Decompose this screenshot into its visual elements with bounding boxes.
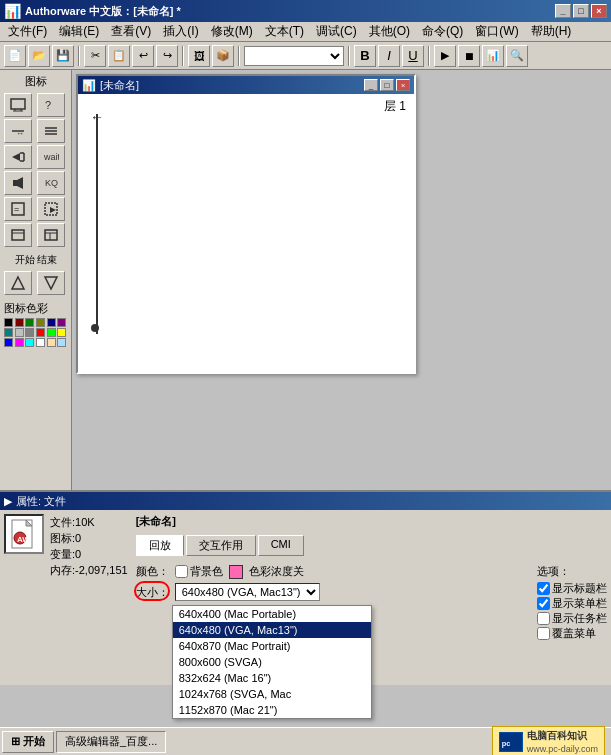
map-icon[interactable] [4, 223, 32, 247]
color-fuchsia[interactable] [15, 338, 24, 347]
color-silver[interactable] [15, 328, 24, 337]
anim-icon[interactable]: wait [37, 145, 65, 169]
calc-icon[interactable]: = [4, 197, 32, 221]
size-item-5[interactable]: 1024x768 (SVGA, Mac [173, 686, 371, 702]
color-gray[interactable] [25, 328, 34, 337]
chart-button[interactable]: 📊 [482, 45, 504, 67]
color-aqua[interactable] [25, 338, 34, 347]
props-file: 文件:10K [50, 514, 128, 530]
tab-playback[interactable]: 回放 [136, 535, 184, 556]
nav-icon[interactable] [4, 145, 32, 169]
move-icon[interactable]: ? [37, 93, 65, 117]
color-red[interactable] [36, 328, 45, 337]
framework-icon[interactable] [37, 223, 65, 247]
size-item-0[interactable]: 640x400 (Mac Portable) [173, 606, 371, 622]
color-navy[interactable] [47, 318, 56, 327]
sound-icon[interactable] [4, 171, 32, 195]
color-black[interactable] [4, 318, 13, 327]
color-purple[interactable] [57, 318, 66, 327]
new-button[interactable]: 📄 [4, 45, 26, 67]
notif-url: www.pc-daily.com [527, 744, 598, 754]
video-icon[interactable]: KQ [37, 171, 65, 195]
color-teal[interactable] [4, 328, 13, 337]
size-item-6[interactable]: 1152x870 (Mac 21") [173, 702, 371, 718]
size-item-3[interactable]: 800x600 (SVGA) [173, 654, 371, 670]
save-button[interactable]: 💾 [52, 45, 74, 67]
size-item-1[interactable]: 640x480 (VGA, Mac13") [173, 622, 371, 638]
menu-insert[interactable]: 插入(I) [157, 21, 204, 42]
color-blue[interactable] [4, 338, 13, 347]
color-lime[interactable] [47, 328, 56, 337]
size-item-2[interactable]: 640x870 (Mac Portrait) [173, 638, 371, 654]
color-green[interactable] [25, 318, 34, 327]
color-peach[interactable] [47, 338, 56, 347]
color-yellow[interactable] [57, 328, 66, 337]
size-section: 大小： 640x480 (VGA, Mac13") 640x400 (Mac P… [136, 583, 529, 601]
color-lightblue[interactable] [57, 338, 66, 347]
taskbar-notification: pc 电脑百科知识 www.pc-daily.com [492, 726, 609, 755]
start-icon[interactable] [4, 271, 32, 295]
undo-button[interactable]: ↩ [132, 45, 154, 67]
size-dropdown[interactable]: 640x480 (VGA, Mac13") [175, 583, 320, 601]
open-button[interactable]: 📂 [28, 45, 50, 67]
redo-button[interactable]: ↪ [156, 45, 178, 67]
props-filename: [未命名] [136, 514, 607, 529]
color-row: 颜色： 背景色 色彩浓度关 [136, 564, 529, 579]
sub-minimize-button[interactable]: _ [364, 79, 378, 91]
menu-help[interactable]: 帮助(H) [525, 21, 578, 42]
menu-debug[interactable]: 调试(C) [310, 21, 363, 42]
menu-command[interactable]: 命令(Q) [416, 21, 469, 42]
font-dropdown[interactable] [244, 46, 344, 66]
zoom-button[interactable]: 🔍 [506, 45, 528, 67]
icon-panel-title: 图标 [4, 74, 67, 89]
cut-button[interactable]: ✂ [84, 45, 106, 67]
option-checkbox-3[interactable] [537, 627, 550, 640]
notification-box[interactable]: pc 电脑百科知识 www.pc-daily.com [492, 726, 605, 755]
color-maroon[interactable] [15, 318, 24, 327]
erase-icon[interactable]: ↔ [4, 119, 32, 143]
props-info: 文件:10K 图标:0 变量:0 内存:-2,097,151 [50, 514, 128, 578]
menu-modify[interactable]: 修改(M) [205, 21, 259, 42]
italic-button[interactable]: I [378, 45, 400, 67]
menu-text[interactable]: 文本(T) [259, 21, 310, 42]
image-button[interactable]: 🖼 [188, 45, 210, 67]
menu-window[interactable]: 窗口(W) [469, 21, 524, 42]
sub-close-button[interactable]: × [396, 79, 410, 91]
minimize-button[interactable]: _ [555, 4, 571, 18]
taskbar-editor-item[interactable]: 高级编辑器_百度... [56, 731, 166, 753]
size-item-4[interactable]: 832x624 (Mac 16") [173, 670, 371, 686]
windows-logo: ⊞ [11, 735, 20, 748]
bg-color-label[interactable]: 背景色 [175, 564, 223, 579]
toolbar: 📄 📂 💾 ✂ 📋 ↩ ↪ 🖼 📦 B I U ▶ ⏹ 📊 🔍 [0, 42, 611, 70]
layer-label: 层 1 [384, 98, 406, 115]
bold-button[interactable]: B [354, 45, 376, 67]
option-checkbox-0[interactable] [537, 582, 550, 595]
stop-button[interactable]: ⏹ [458, 45, 480, 67]
start-button[interactable]: ⊞ 开始 [2, 731, 54, 753]
menu-view[interactable]: 查看(V) [105, 21, 157, 42]
maximize-button[interactable]: □ [573, 4, 589, 18]
menu-other[interactable]: 其他(O) [363, 21, 416, 42]
play-button[interactable]: ▶ [434, 45, 456, 67]
interact-icon[interactable] [37, 197, 65, 221]
copy-button[interactable]: 📋 [108, 45, 130, 67]
option-checkbox-2[interactable] [537, 612, 550, 625]
tab-interaction[interactable]: 交互作用 [186, 535, 256, 556]
size-dropdown-list[interactable]: 640x400 (Mac Portable) 640x480 (VGA, Mac… [172, 605, 372, 719]
bg-color-checkbox[interactable] [175, 565, 188, 578]
option-checkbox-1[interactable] [537, 597, 550, 610]
display-icon[interactable] [4, 93, 32, 117]
wait-icon2[interactable] [37, 119, 65, 143]
end-icon[interactable] [37, 271, 65, 295]
gradient-swatch[interactable] [229, 565, 243, 579]
close-button[interactable]: × [591, 4, 607, 18]
props-variable: 变量:0 [50, 546, 128, 562]
sub-maximize-button[interactable]: □ [380, 79, 394, 91]
package-button[interactable]: 📦 [212, 45, 234, 67]
tab-cmi[interactable]: CMI [258, 535, 304, 556]
underline-button[interactable]: U [402, 45, 424, 67]
color-white[interactable] [36, 338, 45, 347]
menu-edit[interactable]: 编辑(E) [53, 21, 105, 42]
menu-file[interactable]: 文件(F) [2, 21, 53, 42]
color-olive[interactable] [36, 318, 45, 327]
